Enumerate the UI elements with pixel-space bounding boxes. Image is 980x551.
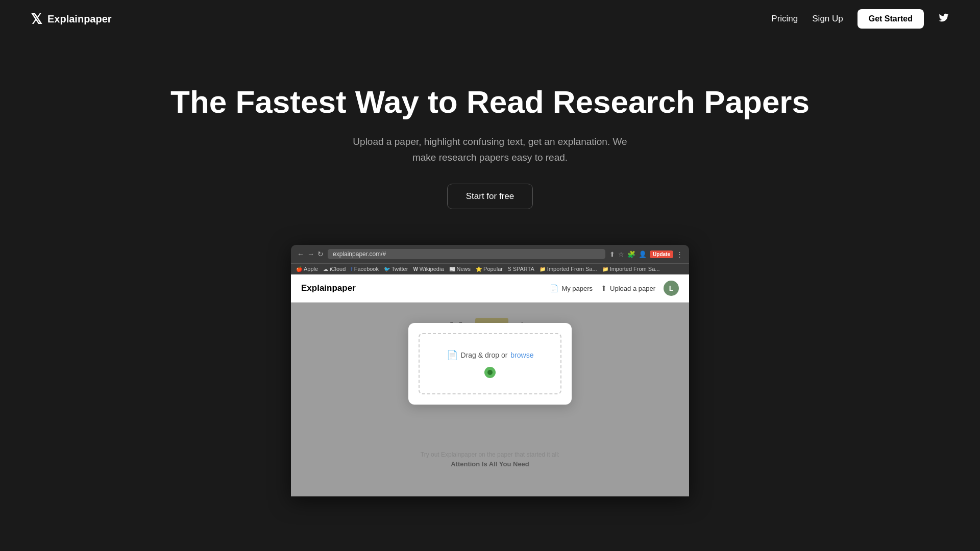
bookmark-imported2-label: Imported From Sa... — [610, 266, 660, 272]
signup-link[interactable]: Sign Up — [812, 14, 843, 24]
upload-icon: ⬆ — [601, 284, 607, 292]
bookmark-facebook-label: Facebook — [354, 266, 379, 272]
bookmark-imported1-label: Imported From Sa... — [547, 266, 597, 272]
imported1-bookmark-icon: 📁 — [540, 266, 546, 272]
sparta-bookmark-icon: S — [508, 266, 511, 272]
try-out-section: Try out Explainpaper on the paper that s… — [291, 445, 689, 468]
bookmark-wikipedia-label: Wikipedia — [420, 266, 444, 272]
get-started-button[interactable]: Get Started — [857, 9, 924, 29]
avatar[interactable]: L — [664, 281, 679, 296]
bookmark-news[interactable]: 📰 News — [449, 266, 471, 272]
url-text: explainpaper.com/# — [333, 251, 386, 258]
wikipedia-bookmark-icon: W — [413, 266, 418, 272]
bookmarks-bar: 🍎 Apple ☁ iCloud f Facebook 🐦 Twitter W … — [291, 264, 689, 274]
bookmark-sparta[interactable]: S SPARTA — [508, 266, 534, 272]
hero-subtitle: Upload a paper, highlight confusing text… — [352, 134, 628, 165]
bookmark-news-label: News — [457, 266, 471, 272]
twitter-nav-icon[interactable] — [938, 12, 949, 26]
hero-section: The Fastest Way to Read Research Papers … — [0, 38, 980, 240]
upload-paper-label: Upload a paper — [610, 285, 655, 292]
upload-paper-link[interactable]: ⬆ Upload a paper — [601, 284, 655, 292]
upload-spinner — [484, 367, 496, 378]
app-logo-text: Explainpaper — [301, 283, 356, 293]
share-icon[interactable]: ⬆ — [609, 251, 615, 258]
icloud-bookmark-icon: ☁ — [323, 266, 328, 272]
twitter-bookmark-icon: 🐦 — [384, 266, 390, 272]
reload-button[interactable]: ↻ — [317, 250, 324, 258]
profile-icon[interactable]: 👤 — [639, 251, 647, 258]
menu-icon[interactable]: ⋮ — [676, 251, 683, 258]
spinner-inner — [487, 370, 493, 375]
bookmark-apple[interactable]: 🍎 Apple — [296, 266, 318, 272]
avatar-letter: L — [669, 284, 674, 292]
my-papers-link[interactable]: 📄 My papers — [550, 284, 593, 292]
bookmark-popular[interactable]: ⭐ Popular — [476, 266, 503, 272]
imported2-bookmark-icon: 📁 — [602, 266, 608, 272]
browser-mockup: ← → ↻ explainpaper.com/# ⬆ ☆ 🧩 👤 Update … — [291, 245, 689, 496]
bookmark-wikipedia[interactable]: W Wikipedia — [413, 266, 444, 272]
app-navbar-right: 📄 My papers ⬆ Upload a paper L — [550, 281, 679, 296]
bookmark-twitter-label: Twitter — [391, 266, 408, 272]
try-out-text: Try out Explainpaper on the paper that s… — [291, 451, 689, 458]
pricing-link[interactable]: Pricing — [771, 14, 798, 24]
my-papers-icon: 📄 — [550, 284, 558, 292]
update-badge[interactable]: Update — [650, 251, 673, 258]
drag-drop-label: Drag & drop or — [461, 351, 508, 359]
app-main: Up.....xt, 📄 Drag & drop or browse — [291, 303, 689, 496]
hero-title: The Fastest Way to Read Research Papers — [31, 84, 949, 120]
upload-dropzone[interactable]: 📄 Drag & drop or browse — [419, 333, 561, 394]
facebook-bookmark-icon: f — [351, 266, 352, 272]
navbar: 𝕏 Explainpaper Pricing Sign Up Get Start… — [0, 0, 980, 38]
bookmark-imported1[interactable]: 📁 Imported From Sa... — [540, 266, 597, 272]
upload-modal: 📄 Drag & drop or browse — [408, 323, 572, 405]
document-icon: 📄 — [447, 349, 458, 361]
url-bar[interactable]: explainpaper.com/# — [328, 249, 605, 259]
news-bookmark-icon: 📰 — [449, 266, 455, 272]
bookmark-imported2[interactable]: 📁 Imported From Sa... — [602, 266, 660, 272]
paper-title: Attention Is All You Need — [291, 460, 689, 468]
bookmark-twitter[interactable]: 🐦 Twitter — [384, 266, 408, 272]
star-icon[interactable]: ☆ — [618, 251, 624, 258]
popular-bookmark-icon: ⭐ — [476, 266, 482, 272]
browse-link[interactable]: browse — [510, 351, 533, 359]
apple-bookmark-icon: 🍎 — [296, 266, 302, 272]
browser-actions: ⬆ ☆ 🧩 👤 Update ⋮ — [609, 251, 683, 258]
bookmark-icloud[interactable]: ☁ iCloud — [323, 266, 346, 272]
back-button[interactable]: ← — [297, 250, 304, 258]
app-navbar: Explainpaper 📄 My papers ⬆ Upload a pape… — [291, 274, 689, 303]
logo-icon: 𝕏 — [31, 11, 42, 28]
drag-drop-text: 📄 Drag & drop or browse — [447, 349, 534, 361]
extensions-icon[interactable]: 🧩 — [627, 251, 635, 258]
bookmark-icloud-label: iCloud — [330, 266, 346, 272]
browser-mockup-wrapper: ← → ↻ explainpaper.com/# ⬆ ☆ 🧩 👤 Update … — [0, 245, 980, 496]
logo-text: Explainpaper — [47, 13, 112, 25]
bookmark-apple-label: Apple — [304, 266, 318, 272]
bookmark-sparta-label: SPARTA — [513, 266, 534, 272]
forward-button[interactable]: → — [307, 250, 314, 258]
browser-nav-buttons: ← → ↻ — [297, 250, 324, 258]
my-papers-label: My papers — [561, 285, 593, 292]
bookmark-facebook[interactable]: f Facebook — [351, 266, 379, 272]
start-free-button[interactable]: Start for free — [447, 184, 533, 209]
navbar-right: Pricing Sign Up Get Started — [771, 9, 949, 29]
logo[interactable]: 𝕏 Explainpaper — [31, 11, 112, 28]
browser-chrome: ← → ↻ explainpaper.com/# ⬆ ☆ 🧩 👤 Update … — [291, 245, 689, 264]
bookmark-popular-label: Popular — [483, 266, 503, 272]
